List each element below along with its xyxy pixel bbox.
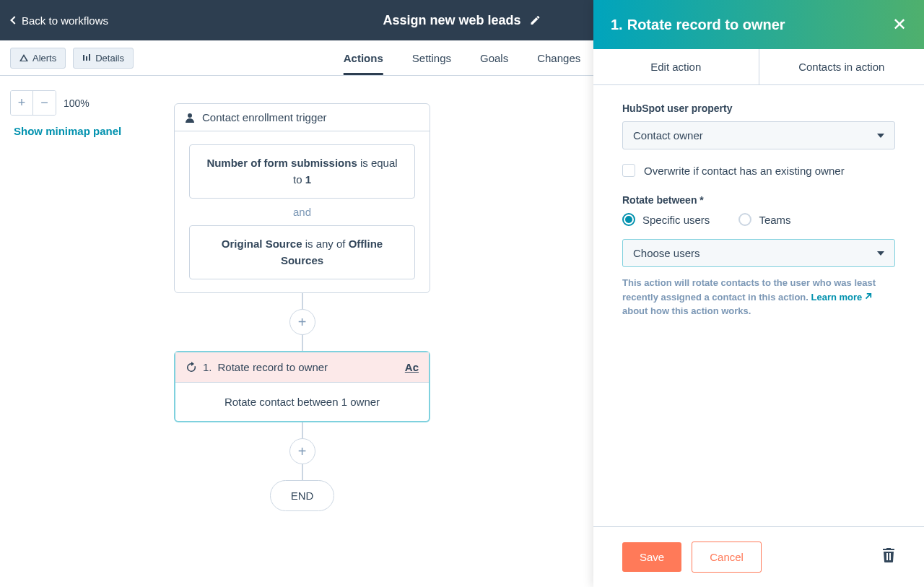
action-description: Rotate contact between 1 owner <box>175 383 429 421</box>
radio-icon <box>738 213 751 226</box>
radio-teams[interactable]: Teams <box>738 213 790 226</box>
back-to-workflows-link[interactable]: Back to workflows <box>12 14 108 27</box>
trigger-title: Contact enrollment trigger <box>202 111 327 123</box>
save-button[interactable]: Save <box>622 542 681 572</box>
tab-actions[interactable]: Actions <box>344 40 383 75</box>
property-label: HubSpot user property <box>622 103 895 114</box>
learn-more-link[interactable]: Learn more <box>811 292 873 303</box>
chevron-left-icon <box>10 16 18 24</box>
zoom-level: 100% <box>64 97 90 109</box>
edit-title-icon[interactable] <box>530 14 541 26</box>
end-node: END <box>270 480 335 511</box>
panel-header: 1. Rotate record to owner ✕ <box>593 0 924 49</box>
show-minimap-link[interactable]: Show minimap panel <box>14 125 121 137</box>
property-value: Contact owner <box>633 129 703 142</box>
actions-menu-link[interactable]: Ac <box>405 361 419 373</box>
trash-icon <box>882 548 895 562</box>
choose-users-select[interactable]: Choose users <box>622 239 895 267</box>
panel-tab-contacts[interactable]: Contacts in action <box>759 49 925 84</box>
back-label: Back to workflows <box>22 14 108 27</box>
connector <box>302 422 303 438</box>
panel-title-number: 1. <box>611 17 623 33</box>
workflow-canvas: + − 100% Show minimap panel Contact enro… <box>0 76 593 587</box>
property-select[interactable]: Contact owner <box>622 121 895 149</box>
details-icon <box>82 53 91 62</box>
caret-down-icon <box>877 134 884 138</box>
connector <box>302 464 303 480</box>
filter-1: Number of form submissions is equal to 1 <box>189 144 415 199</box>
radio-specific-users[interactable]: Specific users <box>622 213 710 226</box>
zoom-out-button[interactable]: − <box>33 91 56 115</box>
add-action-button-1[interactable]: + <box>289 309 315 335</box>
radio-users-label: Specific users <box>642 214 710 226</box>
cancel-button[interactable]: Cancel <box>692 542 762 573</box>
action-card-1[interactable]: 1. Rotate record to owner Ac Rotate cont… <box>174 351 430 422</box>
person-icon <box>185 113 195 123</box>
caret-down-icon <box>877 251 884 256</box>
radio-teams-label: Teams <box>759 214 790 226</box>
overwrite-checkbox[interactable] <box>622 164 635 177</box>
action-title-text: Rotate record to owner <box>218 361 328 373</box>
details-label: Details <box>95 53 124 64</box>
tab-settings[interactable]: Settings <box>412 40 451 75</box>
help-text: This action will rotate contacts to the … <box>622 276 895 318</box>
panel-tab-edit[interactable]: Edit action <box>593 49 759 84</box>
overwrite-label: Overwrite if contact has an existing own… <box>644 165 845 177</box>
connector <box>302 293 303 309</box>
external-link-icon <box>865 292 873 300</box>
filter-2: Original Source is any of Offline Source… <box>189 225 415 279</box>
svg-rect-0 <box>83 55 84 61</box>
action-number: 1. <box>203 361 212 373</box>
zoom-in-button[interactable]: + <box>11 91 33 115</box>
alert-icon <box>19 53 28 62</box>
rotate-label: Rotate between * <box>622 194 895 206</box>
alerts-label: Alerts <box>32 53 56 64</box>
filter-and: and <box>189 199 415 225</box>
rotate-icon <box>186 362 197 373</box>
svg-rect-1 <box>86 56 87 61</box>
svg-point-3 <box>188 113 192 118</box>
close-panel-button[interactable]: ✕ <box>892 14 907 35</box>
radio-icon <box>622 213 635 226</box>
tab-goals[interactable]: Goals <box>480 40 508 75</box>
alerts-button[interactable]: Alerts <box>10 48 66 69</box>
connector <box>302 335 303 351</box>
panel-title-text: Rotate record to owner <box>627 17 785 33</box>
side-panel: 1. Rotate record to owner ✕ Edit action … <box>593 0 924 587</box>
delete-action-button[interactable] <box>882 548 895 566</box>
details-button[interactable]: Details <box>73 48 134 69</box>
page-title: Assign new web leads <box>383 13 520 28</box>
users-placeholder: Choose users <box>633 247 700 259</box>
svg-rect-2 <box>89 54 90 61</box>
trigger-card[interactable]: Contact enrollment trigger Number of for… <box>174 103 430 293</box>
add-action-button-2[interactable]: + <box>289 438 315 464</box>
tab-changes[interactable]: Changes <box>537 40 580 75</box>
